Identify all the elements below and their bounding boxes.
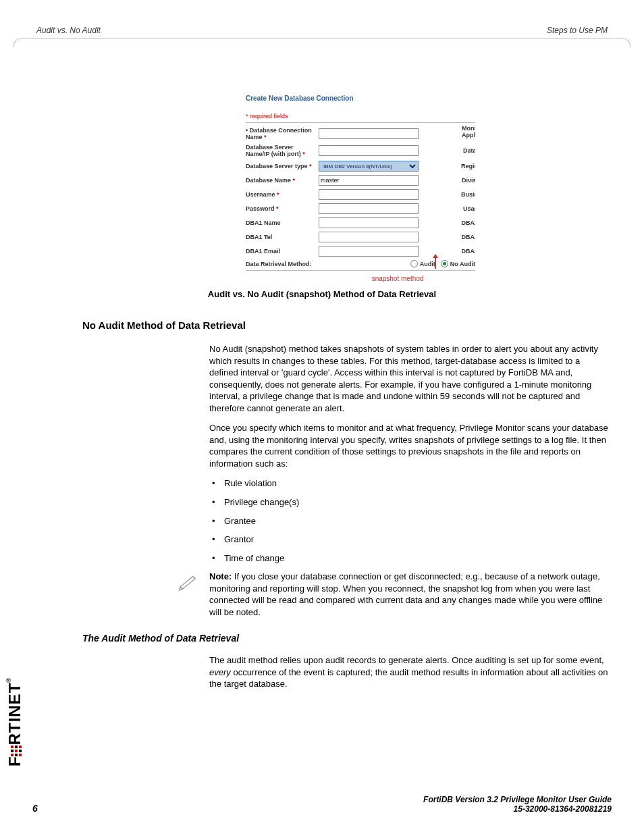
label-db-name: Database Name * xyxy=(246,177,319,184)
input-password[interactable] xyxy=(319,203,419,214)
radio-audit-label: Audit xyxy=(420,261,435,267)
label-server-type: Database Server type * xyxy=(246,163,319,170)
svg-rect-6 xyxy=(19,754,22,756)
required-note: * required fields xyxy=(246,113,475,120)
list-item: Rule violation xyxy=(209,477,609,490)
bullet-list: Rule violation Privilege change(s) Grant… xyxy=(209,477,609,564)
list-item: Grantee xyxy=(209,515,609,527)
svg-rect-4 xyxy=(15,750,18,752)
svg-rect-1 xyxy=(11,750,14,752)
radio-no-audit-label: No Audit xyxy=(450,261,475,267)
list-item: Time of change xyxy=(209,552,609,565)
logo-grid-icon xyxy=(7,746,26,756)
label-server-name: Database Server Name/IP (with port) * xyxy=(246,144,319,157)
list-item: Grantor xyxy=(209,533,609,546)
screenshot-form: Create New Database Connection * require… xyxy=(246,95,475,282)
snapshot-method-label: snapshot method xyxy=(246,275,475,282)
para-audit-1: The audit method relies upon audit recor… xyxy=(209,654,609,690)
page-number: 6 xyxy=(32,803,38,814)
rlabel-regio: Regio xyxy=(461,163,475,170)
input-connection-name[interactable] xyxy=(319,128,419,139)
label-dba1-name: DBA1 Name xyxy=(246,219,319,226)
input-dba1-name[interactable] xyxy=(319,217,419,228)
fortinet-logo: FRTINET® xyxy=(5,677,26,766)
rlabel-dba2a: DBA2 xyxy=(461,219,475,226)
svg-rect-2 xyxy=(11,746,14,748)
label-dba1-email: DBA1 Email xyxy=(246,248,319,255)
rlabel-datal: Datal xyxy=(463,147,475,154)
form-divider xyxy=(246,122,475,123)
para-noaudit-1: No Audit (snapshot) method takes snapsho… xyxy=(209,343,609,414)
input-db-name[interactable] xyxy=(319,175,419,186)
label-retrieval-method: Data Retrieval Method: xyxy=(246,261,333,267)
rlabel-monit: MonitAppli xyxy=(462,125,475,138)
footer-text: FortiDB Version 3.2 Privilege Monitor Us… xyxy=(423,795,612,814)
input-username[interactable] xyxy=(319,189,419,200)
label-dba1-tel: DBA1 Tel xyxy=(246,234,319,240)
rlabel-divisi: Divisi xyxy=(462,177,475,184)
radio-no-audit[interactable] xyxy=(441,260,448,267)
label-password: Password * xyxy=(246,205,319,212)
header-rule xyxy=(14,38,630,47)
heading-no-audit: No Audit Method of Data Retrieval xyxy=(32,319,612,331)
svg-rect-5 xyxy=(15,746,18,748)
para-noaudit-2: Once you specify which items to monitor … xyxy=(209,422,609,469)
rlabel-dba2b: DBA2 xyxy=(461,234,475,240)
note-text: Note: If you close your database connect… xyxy=(209,571,606,618)
radio-audit[interactable] xyxy=(410,260,418,267)
rlabel-dba2c: DBA2 xyxy=(461,248,475,255)
form-divider-2 xyxy=(246,270,475,271)
form-title: Create New Database Connection xyxy=(246,95,475,102)
svg-rect-0 xyxy=(11,754,14,756)
label-connection-name: • Database Connection Name * xyxy=(246,127,319,140)
svg-rect-8 xyxy=(19,746,22,748)
rlabel-usag: Usag xyxy=(463,205,475,212)
svg-rect-3 xyxy=(15,754,18,756)
input-server-name[interactable] xyxy=(319,145,419,156)
svg-rect-7 xyxy=(19,750,22,752)
figure-caption: Audit vs. No Audit (snapshot) Method of … xyxy=(32,289,612,299)
note-icon xyxy=(177,571,200,594)
rlabel-busin: Busin xyxy=(461,191,475,198)
header-right: Steps to Use PM xyxy=(547,26,608,35)
label-username: Username * xyxy=(246,191,319,198)
list-item: Privilege change(s) xyxy=(209,496,609,509)
input-dba1-tel[interactable] xyxy=(319,232,419,242)
input-dba1-email[interactable] xyxy=(319,246,419,257)
heading-audit: The Audit Method of Data Retrieval xyxy=(32,633,612,644)
header-left: Audit vs. No Audit xyxy=(36,26,101,35)
select-server-type[interactable]: IBM DB2 Version 8(NT/Unix) xyxy=(319,161,419,172)
